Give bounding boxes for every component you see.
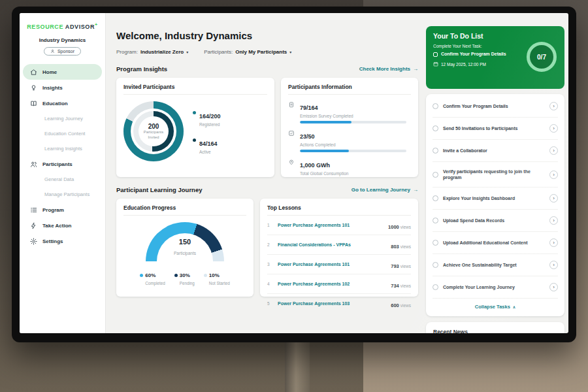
sidebar-item-program[interactable]: Program [20, 202, 105, 218]
gear-icon [30, 238, 37, 245]
lesson-link[interactable]: Power Purchase Agreements 102 [278, 282, 385, 286]
lesson-link[interactable]: Power Purchase Agreements 103 [278, 301, 385, 306]
task-label: Upload Spend Data Records [443, 218, 545, 223]
logo-advisor: ADVISOR [65, 24, 95, 30]
top-lessons-card: Top Lessons 1 Power Purchase Agreements … [260, 199, 418, 297]
chevron-right-icon[interactable]: › [549, 216, 558, 225]
legend-label: Registered [199, 122, 221, 127]
program-insights-heading: Program Insights [116, 65, 167, 73]
sidebar-item-take-action[interactable]: Take Action [20, 218, 105, 233]
next-task-label: Confirm Your Program Details [441, 52, 506, 57]
lesson-views-word: views [400, 264, 411, 269]
lesson-views: 734 [391, 283, 399, 289]
task-row[interactable]: Confirm Your Program Details › [433, 95, 558, 118]
task-checkbox[interactable] [433, 103, 438, 109]
task-checkbox[interactable] [433, 218, 438, 223]
sidebar-item-participants[interactable]: Participants [20, 156, 105, 172]
lesson-views: 600 [391, 302, 399, 308]
chevron-right-icon[interactable]: › [549, 171, 558, 179]
gauge-center-value: 150 [146, 238, 224, 246]
sidebar-item-manage-participants[interactable]: Manage Participants [20, 187, 105, 202]
task-checkbox[interactable] [433, 262, 438, 268]
list-icon [30, 206, 37, 214]
chevron-right-icon[interactable]: › [549, 124, 558, 133]
task-row[interactable]: Upload Spend Data Records › [433, 210, 558, 232]
person-icon [50, 49, 55, 54]
chevron-right-icon[interactable]: › [549, 283, 558, 291]
calendar-icon [433, 61, 438, 67]
sidebar-item-label: Home [42, 69, 57, 75]
lesson-views-word: views [400, 225, 411, 229]
donut-legend: 164/200 Registered 84/164 Active [193, 109, 221, 154]
chevron-right-icon[interactable]: › [549, 194, 558, 203]
sidebar-item-label: Learning Insights [44, 146, 82, 152]
logo-resource: RESOURCE [27, 24, 63, 30]
sidebar-item-learning-insights[interactable]: Learning Insights [20, 141, 105, 156]
stat-row: 1,000 GWh Total Global Consumption [288, 158, 411, 176]
sidebar-item-general-data[interactable]: General Data [20, 172, 105, 187]
legend-value: 84/164 [199, 140, 218, 147]
participants-select-value: Only My Participants [235, 49, 287, 55]
task-checkbox[interactable] [433, 125, 438, 131]
legend-item: 60% Completed [140, 268, 165, 286]
todo-summary-card: Your To Do List Complete Your Next Task:… [426, 26, 564, 89]
legend-item: 10% Not Started [204, 268, 230, 286]
task-row[interactable]: Upload Additional Educational Content › [433, 232, 558, 254]
lesson-row: 3 Power Purchase Agreements 101 793views [267, 255, 411, 274]
sidebar-item-learning-journey[interactable]: Learning Journey [20, 111, 105, 126]
task-label: Complete Your Learning Journey [443, 284, 545, 290]
book-icon [30, 100, 37, 107]
task-label: Send 50 Invitations to Participants [443, 125, 545, 131]
sidebar-item-label: Manage Participants [44, 191, 90, 197]
chevron-up-icon: ∧ [513, 304, 515, 309]
check-more-insights-link[interactable]: Check More Insights → [359, 66, 418, 72]
next-task[interactable]: Confirm Your Program Details [433, 52, 519, 57]
recent-news-card[interactable]: Recent News [426, 322, 564, 333]
lesson-row: 1 Power Purchase Agreements 101 1000view… [267, 216, 411, 235]
participants-select[interactable]: Participants: Only My Participants ▾ [204, 49, 291, 55]
stat-label: Emission Survey Completed [300, 114, 411, 118]
go-to-learning-journey-link[interactable]: Go to Learning Journey → [351, 187, 418, 193]
task-checkbox[interactable] [433, 52, 438, 57]
program-select[interactable]: Program: Industrialize Zero ▾ [116, 49, 188, 55]
task-row[interactable]: Complete Your Learning Journey › [433, 276, 558, 299]
task-row[interactable]: Achieve One Sustainability Target › [433, 254, 558, 276]
task-row[interactable]: Invite a Collaborator › [433, 140, 558, 162]
legend-value: 164/200 [199, 113, 221, 120]
sidebar-item-insights[interactable]: Insights [20, 80, 105, 95]
sidebar-item-label: General Data [44, 176, 74, 182]
task-label: Upload Additional Educational Content [443, 240, 545, 246]
lightbulb-icon [30, 84, 37, 91]
task-checkbox[interactable] [433, 195, 438, 201]
sidebar-item-label: Participants [42, 161, 73, 167]
task-row[interactable]: Verify participants requesting to join t… [433, 162, 558, 188]
chevron-right-icon[interactable]: › [549, 102, 558, 110]
organization-name: Industry Dynamics [20, 37, 105, 43]
sidebar-item-education[interactable]: Education [20, 95, 105, 111]
task-row[interactable]: Send 50 Invitations to Participants › [433, 118, 558, 140]
chevron-right-icon[interactable]: › [549, 146, 558, 155]
legend-label: Not Started [204, 281, 230, 286]
card-title: Invited Participants [123, 84, 267, 95]
sidebar: RESOURCE ADVISOR+ Industry Dynamics Spon… [20, 13, 106, 333]
gauge-legend: 60% Completed 30% Pending 10% Not Starte… [123, 268, 246, 286]
task-checkbox[interactable] [433, 240, 438, 246]
task-label: Verify participants requesting to join t… [443, 169, 545, 180]
sidebar-item-education-content[interactable]: Education Content [20, 126, 105, 141]
legend-value: 60% [145, 272, 155, 278]
task-row[interactable]: Explore Your Insights Dashboard › [433, 188, 558, 210]
progress-bar [300, 150, 406, 152]
lesson-link[interactable]: Financial Considerations - VPPAs [278, 242, 385, 247]
todo-panel: Your To Do List Complete Your Next Task:… [426, 26, 564, 333]
lesson-link[interactable]: Power Purchase Agreements 101 [278, 223, 383, 227]
chevron-right-icon[interactable]: › [549, 261, 558, 269]
sidebar-item-home[interactable]: Home [23, 64, 102, 80]
task-checkbox[interactable] [433, 148, 438, 154]
sponsor-badge-label: Sponsor [57, 49, 74, 54]
task-checkbox[interactable] [433, 172, 438, 178]
task-checkbox[interactable] [433, 284, 438, 290]
chevron-right-icon[interactable]: › [549, 238, 558, 247]
lesson-link[interactable]: Power Purchase Agreements 101 [278, 262, 385, 267]
sidebar-item-settings[interactable]: Settings [20, 233, 105, 249]
collapse-tasks-link[interactable]: Collapse Tasks ∧ [433, 299, 558, 315]
